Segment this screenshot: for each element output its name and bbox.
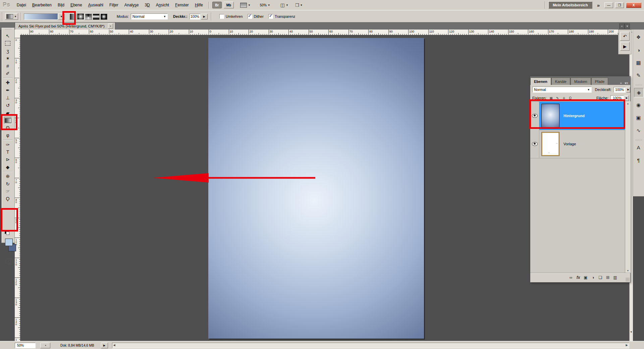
menu-3d[interactable]: 3D: [142, 2, 153, 8]
drag-grip[interactable]: [5, 29, 11, 30]
shape-tool[interactable]: ◆: [4, 164, 11, 170]
reflected-gradient-type-button[interactable]: [93, 13, 100, 20]
dock-swatches-icon[interactable]: ▦: [634, 58, 643, 67]
history-brush-tool[interactable]: ↺: [4, 102, 11, 109]
healing-brush-tool[interactable]: ✚: [4, 79, 11, 86]
adjustment-layer-button[interactable]: ◑: [589, 275, 597, 280]
marquee-tool[interactable]: [4, 40, 11, 47]
zoom-tool[interactable]: Ϙ: [4, 195, 11, 202]
tool-preset-picker[interactable]: ▼: [5, 13, 18, 20]
opacity-slider-arrow[interactable]: ▶: [201, 14, 208, 19]
menu-datei[interactable]: Datei: [14, 2, 29, 8]
screen-mode-button[interactable]: ❒ ▼: [294, 2, 304, 8]
dock-channels-icon[interactable]: ◉: [634, 101, 643, 109]
lasso-tool[interactable]: ʒ: [4, 48, 11, 54]
scroll-right-icon[interactable]: ▶: [626, 344, 628, 347]
flaeche-slider-arrow[interactable]: ▶: [625, 95, 629, 101]
arrange-documents-button[interactable]: ◫ ▼: [279, 2, 289, 8]
ruler-origin-corner[interactable]: [15, 30, 20, 35]
move-tool[interactable]: ↖: [4, 33, 11, 39]
hand-tool[interactable]: ☞: [4, 188, 11, 195]
lock-all-button[interactable]: Ω: [568, 95, 573, 101]
transparenz-checkbox[interactable]: ✓: [268, 14, 273, 19]
zoom-level-dropdown[interactable]: 50% ▼: [259, 2, 271, 8]
deckkraft-slider-arrow[interactable]: ▶: [626, 87, 630, 93]
visibility-cell[interactable]: [530, 130, 539, 158]
linear-gradient-type-button[interactable]: [69, 13, 76, 20]
dock-character-icon[interactable]: A: [634, 143, 643, 152]
quick-selection-tool[interactable]: ✶: [4, 55, 11, 62]
dock-paths-icon[interactable]: ∿: [634, 126, 643, 135]
clone-stamp-tool[interactable]: ⊥: [4, 94, 11, 101]
path-selection-tool[interactable]: ⊳: [4, 156, 11, 163]
tab-kanäle[interactable]: Kanäle: [551, 78, 570, 85]
scroll-left-icon[interactable]: ◀: [113, 344, 115, 347]
add-layer-mask-button[interactable]: ▣: [582, 275, 589, 280]
menu-auswahl[interactable]: Auswahl: [85, 2, 106, 8]
document-tab[interactable]: Après Ski Flyer.psd bei 50% (Hintergrund…: [15, 22, 115, 30]
blur-tool[interactable]: ʘ: [4, 124, 11, 131]
layers-blend-mode-select[interactable]: Normal ▼: [532, 87, 592, 93]
scroll-up-icon[interactable]: ▲: [625, 102, 631, 105]
layer-row-vorlage[interactable]: ▪▪▪▪Vorlage: [530, 130, 625, 158]
foreground-color-swatch[interactable]: [5, 239, 13, 246]
gradient-preview[interactable]: [24, 13, 58, 20]
default-colors-icon[interactable]: [5, 231, 9, 235]
close-button[interactable]: X: [626, 2, 641, 8]
menu-ebene[interactable]: Ebene: [67, 2, 85, 8]
delete-layer-button[interactable]: ▥: [611, 275, 619, 280]
gradient-picker-arrow[interactable]: ▼: [58, 13, 65, 20]
layer-content[interactable]: ▪▪▪▪Vorlage: [539, 130, 625, 158]
3d-orbit-tool[interactable]: ↻: [4, 181, 11, 187]
new-group-button[interactable]: ❏: [597, 275, 604, 280]
umkehren-checkbox[interactable]: [219, 14, 224, 19]
panel-menu-icon[interactable]: ▾≡: [625, 81, 628, 85]
bridge-button[interactable]: Br: [212, 2, 222, 8]
vertical-ruler[interactable]: 01 02 03 04 05 06 07 08 09 01 0 01 1 01 …: [15, 35, 20, 341]
mini-bridge-button[interactable]: Mb: [224, 2, 234, 8]
eyedropper-tool[interactable]: ✐: [4, 70, 11, 77]
deckkraft-field[interactable]: 100%: [613, 87, 626, 93]
3d-rotate-tool[interactable]: ⊕: [4, 173, 11, 180]
gradient-tool[interactable]: [4, 117, 12, 124]
crop-tool[interactable]: #: [4, 63, 11, 69]
layer-content[interactable]: Hintergrund: [539, 102, 625, 130]
eye-icon[interactable]: [532, 142, 538, 146]
tab-pfade[interactable]: Pfade: [591, 78, 608, 85]
layer-style-fx-button[interactable]: fx: [575, 275, 582, 280]
dock-brushes-icon[interactable]: ✎: [634, 71, 643, 80]
status-zoom-field[interactable]: 50%: [15, 343, 36, 348]
menu-analyse[interactable]: Analyse: [121, 2, 142, 8]
angle-gradient-type-button[interactable]: [85, 13, 92, 20]
workspace-overflow-chevron[interactable]: »: [597, 2, 600, 8]
drag-grip[interactable]: [1, 12, 2, 21]
workspace-switcher-button[interactable]: Mein Arbeitsbereich: [548, 1, 592, 9]
quick-mask-button[interactable]: [6, 259, 13, 264]
menu-bild[interactable]: Bild: [55, 2, 67, 8]
menu-filter[interactable]: Filter: [106, 2, 121, 8]
eye-icon[interactable]: [532, 114, 538, 118]
pen-tool[interactable]: ✑: [4, 141, 11, 148]
new-layer-button[interactable]: ⊞: [604, 275, 611, 280]
view-extras-button[interactable]: ▼: [239, 2, 252, 8]
lock-position-button[interactable]: ✛: [561, 95, 567, 101]
scroll-down-icon[interactable]: ▼: [630, 331, 633, 334]
status-icon[interactable]: ◔: [40, 343, 50, 348]
dock-history-icon[interactable]: ↶: [620, 32, 630, 41]
horizontal-ruler[interactable]: 9080706050403020100102030405060708090100…: [20, 30, 629, 35]
flaeche-field[interactable]: 100%: [610, 95, 624, 101]
tab-masken[interactable]: Masken: [571, 78, 591, 85]
status-menu-arrow[interactable]: ▶: [101, 343, 108, 348]
document-canvas[interactable]: [208, 38, 424, 339]
dock-layers-icon[interactable]: ◈: [634, 88, 644, 97]
restore-button[interactable]: ❐: [615, 2, 624, 8]
panel-resize-grip[interactable]: [626, 278, 630, 282]
menu-hilfe[interactable]: Hilfe: [192, 2, 206, 8]
menu-fenster[interactable]: Fenster: [172, 2, 192, 8]
visibility-cell[interactable]: [530, 102, 539, 130]
tab-ebenen[interactable]: Ebenen: [530, 78, 551, 85]
blend-mode-select[interactable]: Normal ▼: [131, 13, 168, 19]
dock-masks-icon[interactable]: ▣: [634, 113, 643, 122]
menu-bearbeiten[interactable]: Bearbeiten: [29, 2, 55, 8]
dither-checkbox[interactable]: ✓: [248, 14, 252, 19]
